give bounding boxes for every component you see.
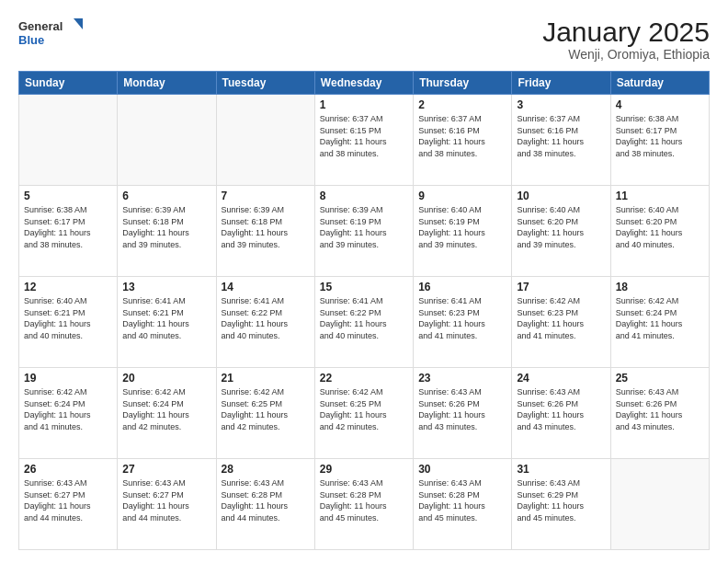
svg-text:General: General [18, 19, 63, 33]
day-cell-4-3: 21Sunrise: 6:42 AM Sunset: 6:25 PM Dayli… [216, 368, 314, 459]
day-cell-1-2 [118, 95, 216, 186]
svg-marker-2 [74, 18, 83, 29]
day-number: 14 [222, 281, 310, 293]
day-number: 15 [320, 281, 408, 293]
day-number: 13 [122, 281, 210, 293]
calendar-table: Sunday Monday Tuesday Wednesday Thursday… [18, 71, 710, 550]
header: General Blue January 2025 Wenji, Oromiya… [18, 17, 710, 62]
day-number: 9 [418, 190, 506, 202]
header-saturday: Saturday [610, 72, 709, 95]
day-cell-4-6: 24Sunrise: 6:43 AM Sunset: 6:26 PM Dayli… [512, 368, 610, 459]
day-info: Sunrise: 6:43 AM Sunset: 6:26 PM Dayligh… [418, 386, 506, 432]
week-row-2: 5Sunrise: 6:38 AM Sunset: 6:17 PM Daylig… [19, 186, 710, 277]
week-row-4: 19Sunrise: 6:42 AM Sunset: 6:24 PM Dayli… [19, 368, 710, 459]
day-cell-4-1: 19Sunrise: 6:42 AM Sunset: 6:24 PM Dayli… [19, 368, 118, 459]
day-info: Sunrise: 6:40 AM Sunset: 6:20 PM Dayligh… [616, 204, 704, 250]
day-info: Sunrise: 6:43 AM Sunset: 6:27 PM Dayligh… [122, 477, 210, 523]
day-cell-5-2: 27Sunrise: 6:43 AM Sunset: 6:27 PM Dayli… [118, 459, 216, 550]
day-info: Sunrise: 6:37 AM Sunset: 6:16 PM Dayligh… [418, 113, 506, 159]
day-cell-2-2: 6Sunrise: 6:39 AM Sunset: 6:18 PM Daylig… [118, 186, 216, 277]
day-number: 22 [320, 372, 408, 385]
week-row-3: 12Sunrise: 6:40 AM Sunset: 6:21 PM Dayli… [19, 277, 710, 368]
day-info: Sunrise: 6:43 AM Sunset: 6:27 PM Dayligh… [24, 477, 112, 523]
day-number: 8 [320, 190, 408, 202]
day-number: 24 [517, 372, 605, 385]
day-info: Sunrise: 6:39 AM Sunset: 6:18 PM Dayligh… [222, 204, 310, 250]
day-number: 31 [517, 463, 605, 476]
day-cell-5-7 [610, 459, 709, 550]
day-number: 23 [418, 372, 506, 385]
day-number: 12 [24, 281, 112, 293]
day-number: 11 [616, 190, 704, 202]
day-info: Sunrise: 6:41 AM Sunset: 6:22 PM Dayligh… [320, 295, 408, 341]
day-cell-1-4: 1Sunrise: 6:37 AM Sunset: 6:15 PM Daylig… [314, 95, 413, 186]
day-cell-4-7: 25Sunrise: 6:43 AM Sunset: 6:26 PM Dayli… [610, 368, 709, 459]
day-cell-5-6: 31Sunrise: 6:43 AM Sunset: 6:29 PM Dayli… [512, 459, 610, 550]
day-number: 3 [517, 98, 605, 111]
day-cell-3-3: 14Sunrise: 6:41 AM Sunset: 6:22 PM Dayli… [216, 277, 314, 368]
day-number: 1 [320, 98, 408, 111]
day-number: 27 [122, 463, 210, 476]
day-cell-4-4: 22Sunrise: 6:42 AM Sunset: 6:25 PM Dayli… [314, 368, 413, 459]
day-info: Sunrise: 6:41 AM Sunset: 6:22 PM Dayligh… [222, 295, 310, 341]
day-cell-5-1: 26Sunrise: 6:43 AM Sunset: 6:27 PM Dayli… [19, 459, 118, 550]
day-cell-1-3 [216, 95, 314, 186]
day-info: Sunrise: 6:39 AM Sunset: 6:19 PM Dayligh… [320, 204, 408, 250]
day-number: 16 [418, 281, 506, 293]
day-info: Sunrise: 6:40 AM Sunset: 6:21 PM Dayligh… [24, 295, 112, 341]
day-cell-4-5: 23Sunrise: 6:43 AM Sunset: 6:26 PM Dayli… [414, 368, 512, 459]
day-number: 17 [517, 281, 605, 293]
day-info: Sunrise: 6:42 AM Sunset: 6:24 PM Dayligh… [616, 295, 704, 341]
day-info: Sunrise: 6:43 AM Sunset: 6:28 PM Dayligh… [222, 477, 310, 523]
day-number: 18 [616, 281, 704, 293]
day-cell-1-6: 3Sunrise: 6:37 AM Sunset: 6:16 PM Daylig… [512, 95, 610, 186]
week-row-1: 1Sunrise: 6:37 AM Sunset: 6:15 PM Daylig… [19, 95, 710, 186]
day-cell-3-7: 18Sunrise: 6:42 AM Sunset: 6:24 PM Dayli… [610, 277, 709, 368]
day-cell-2-6: 10Sunrise: 6:40 AM Sunset: 6:20 PM Dayli… [512, 186, 610, 277]
day-number: 30 [418, 463, 506, 476]
header-friday: Friday [512, 72, 610, 95]
day-info: Sunrise: 6:41 AM Sunset: 6:23 PM Dayligh… [418, 295, 506, 341]
day-cell-1-1 [19, 95, 118, 186]
day-info: Sunrise: 6:43 AM Sunset: 6:26 PM Dayligh… [616, 386, 704, 432]
svg-text:Blue: Blue [18, 33, 44, 47]
page: General Blue January 2025 Wenji, Oromiya… [0, 0, 728, 563]
header-thursday: Thursday [414, 72, 512, 95]
day-cell-5-4: 29Sunrise: 6:43 AM Sunset: 6:28 PM Dayli… [314, 459, 413, 550]
day-info: Sunrise: 6:39 AM Sunset: 6:18 PM Dayligh… [122, 204, 210, 250]
day-info: Sunrise: 6:40 AM Sunset: 6:19 PM Dayligh… [418, 204, 506, 250]
day-cell-3-5: 16Sunrise: 6:41 AM Sunset: 6:23 PM Dayli… [414, 277, 512, 368]
day-info: Sunrise: 6:43 AM Sunset: 6:29 PM Dayligh… [517, 477, 605, 523]
day-cell-2-7: 11Sunrise: 6:40 AM Sunset: 6:20 PM Dayli… [610, 186, 709, 277]
day-number: 20 [122, 372, 210, 385]
day-cell-3-1: 12Sunrise: 6:40 AM Sunset: 6:21 PM Dayli… [19, 277, 118, 368]
day-number: 7 [222, 190, 310, 202]
logo: General Blue [18, 17, 83, 52]
day-info: Sunrise: 6:43 AM Sunset: 6:28 PM Dayligh… [320, 477, 408, 523]
day-info: Sunrise: 6:38 AM Sunset: 6:17 PM Dayligh… [24, 204, 112, 250]
day-cell-5-3: 28Sunrise: 6:43 AM Sunset: 6:28 PM Dayli… [216, 459, 314, 550]
day-cell-5-5: 30Sunrise: 6:43 AM Sunset: 6:28 PM Dayli… [414, 459, 512, 550]
day-info: Sunrise: 6:43 AM Sunset: 6:28 PM Dayligh… [418, 477, 506, 523]
day-cell-3-4: 15Sunrise: 6:41 AM Sunset: 6:22 PM Dayli… [314, 277, 413, 368]
day-number: 6 [122, 190, 210, 202]
day-number: 28 [222, 463, 310, 476]
day-info: Sunrise: 6:37 AM Sunset: 6:15 PM Dayligh… [320, 113, 408, 159]
calendar-subtitle: Wenji, Oromiya, Ethiopia [542, 47, 710, 62]
header-wednesday: Wednesday [314, 72, 413, 95]
day-cell-2-5: 9Sunrise: 6:40 AM Sunset: 6:19 PM Daylig… [414, 186, 512, 277]
calendar-title: January 2025 [542, 17, 710, 47]
day-cell-1-7: 4Sunrise: 6:38 AM Sunset: 6:17 PM Daylig… [610, 95, 709, 186]
header-tuesday: Tuesday [216, 72, 314, 95]
day-info: Sunrise: 6:42 AM Sunset: 6:24 PM Dayligh… [24, 386, 112, 432]
header-sunday: Sunday [19, 72, 118, 95]
day-info: Sunrise: 6:42 AM Sunset: 6:23 PM Dayligh… [517, 295, 605, 341]
day-number: 2 [418, 98, 506, 111]
day-cell-3-6: 17Sunrise: 6:42 AM Sunset: 6:23 PM Dayli… [512, 277, 610, 368]
day-cell-4-2: 20Sunrise: 6:42 AM Sunset: 6:24 PM Dayli… [118, 368, 216, 459]
day-info: Sunrise: 6:42 AM Sunset: 6:25 PM Dayligh… [222, 386, 310, 432]
day-cell-2-3: 7Sunrise: 6:39 AM Sunset: 6:18 PM Daylig… [216, 186, 314, 277]
day-info: Sunrise: 6:40 AM Sunset: 6:20 PM Dayligh… [517, 204, 605, 250]
day-number: 21 [222, 372, 310, 385]
header-monday: Monday [118, 72, 216, 95]
